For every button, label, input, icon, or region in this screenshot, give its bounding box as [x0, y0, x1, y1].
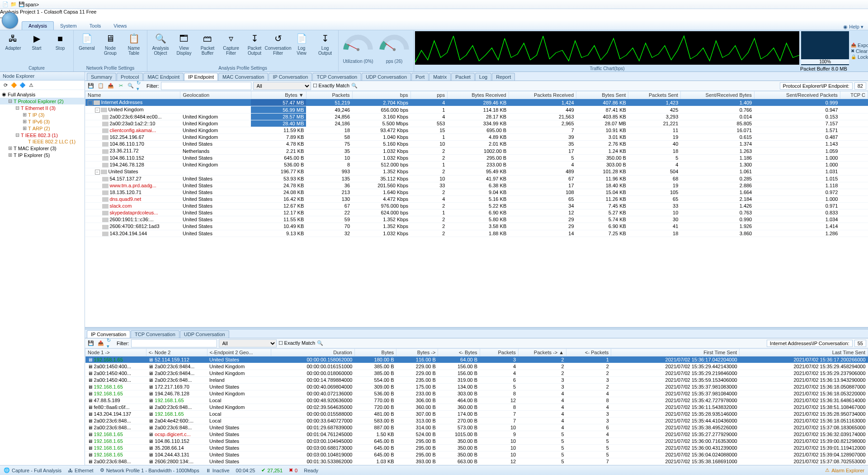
- table-row[interactable]: 🖥 2a00:23c6:848...🖥 2606:2800:134:...Uni…: [85, 458, 868, 465]
- filter-tool-icon[interactable]: 📤: [97, 339, 105, 347]
- refresh-icon[interactable]: ↻ ▾: [107, 339, 115, 347]
- column-header[interactable]: Geolocation: [180, 91, 251, 99]
- column-header[interactable]: Bytes Received: [447, 91, 509, 99]
- table-row[interactable]: slack.comUnited States12.67 KB67976.000 …: [85, 203, 868, 209]
- column-header[interactable]: TCP C: [840, 91, 868, 99]
- tree-expander[interactable]: ⊞: [23, 112, 27, 118]
- column-header[interactable]: <- Bytes: [438, 349, 480, 356]
- table-row[interactable]: 143.204.194.144United States9.13 KB321.0…: [85, 230, 868, 237]
- table-row[interactable]: 2600:1901:1::c36:...United States11.55 K…: [85, 216, 868, 223]
- detail-tab-ip-conversation[interactable]: IP Conversation: [269, 73, 312, 81]
- table-row[interactable]: 🖥 192.168.1.65🖥 ocsp.digicert.c...United…: [85, 431, 868, 438]
- table-row[interactable]: skypedataprdcoleus...United States12.17 …: [85, 209, 868, 216]
- table-row[interactable]: 🖥 192.168.1.65🖥 104.86.110.152United Sta…: [85, 438, 868, 445]
- column-header[interactable]: <- Node 2: [146, 349, 207, 356]
- qat-save-icon[interactable]: 💾: [18, 1, 25, 8]
- table-row[interactable]: dns.quad9.netUnited States16.42 KB1304.4…: [85, 196, 868, 203]
- help-link[interactable]: ◉ Help ▾: [843, 24, 868, 30]
- table-row[interactable]: 🖥 192.168.1.65🖥 52.114.159.112United Sta…: [85, 356, 868, 363]
- column-header[interactable]: Packets Sent: [628, 91, 680, 99]
- column-header[interactable]: Packets Received: [509, 91, 576, 99]
- detail-tab-report[interactable]: Report: [492, 73, 515, 81]
- tree-expander[interactable]: ⊟: [15, 105, 19, 111]
- table-row[interactable]: 194.246.78.128United Kingdom536.00 B8512…: [85, 161, 868, 168]
- detail-tab-matrix[interactable]: Matrix: [429, 73, 451, 81]
- app-menu-button[interactable]: [2, 12, 18, 28]
- ribbon-button-adapter[interactable]: 🖧Adapter: [2, 31, 24, 52]
- table-row[interactable]: 🖥 192.168.1.65🖥 194.246.78.128United Kin…: [85, 390, 868, 397]
- column-header[interactable]: Packets: [480, 349, 518, 356]
- column-header[interactable]: First Time Sent: [611, 349, 740, 356]
- table-row[interactable]: −Internet Addresses57.47 MB51,2192.704 K…: [85, 99, 868, 106]
- tree-expander[interactable]: ⊟: [15, 132, 19, 138]
- ip-endpoint-grid[interactable]: NameGeolocationBytes ▼PacketsbpsppsBytes…: [85, 91, 868, 327]
- export-button[interactable]: 📤 Export: [851, 43, 867, 48]
- column-header[interactable]: Sent/Received Packets: [754, 91, 840, 99]
- table-row[interactable]: 🖥 192.168.1.65🖥 104.244.43.131United Sta…: [85, 451, 868, 458]
- ribbon-button-stop[interactable]: ■Stop: [49, 31, 71, 52]
- explorer-tool-icon[interactable]: 🔶: [10, 81, 18, 89]
- column-header[interactable]: bps: [352, 91, 410, 99]
- detail-tab-protocol[interactable]: Protocol: [117, 73, 143, 81]
- tree-expander[interactable]: ⊟: [8, 98, 12, 104]
- tree-node[interactable]: ⊟ T IEEE 802.3 (1): [0, 132, 85, 138]
- tree-node[interactable]: ⊞ T IP (3): [0, 111, 85, 118]
- column-header[interactable]: Bytes ▼: [251, 91, 306, 99]
- ribbon-button-log-output[interactable]: ↧LogOutput: [314, 31, 336, 57]
- column-header[interactable]: Node 1 ->: [85, 349, 146, 356]
- tree-root[interactable]: ◉ Full Analysis: [0, 91, 85, 98]
- tree-node[interactable]: ⊞ T MAC Explorer (3): [0, 145, 85, 152]
- qat-open-icon[interactable]: 📁: [10, 1, 17, 8]
- detail-tab-log[interactable]: Log: [475, 73, 491, 81]
- filter-scope-select[interactable]: All: [219, 339, 277, 347]
- table-row[interactable]: 2a00:23c6:8484:ec00...United Kingdom28.5…: [85, 114, 868, 120]
- table-row[interactable]: 🖥 fe80::8aa6:c6f...🖥 2a00:23c6:848...Uni…: [85, 404, 868, 411]
- detail-tab-tcp-conversation[interactable]: TCP Conversation: [312, 73, 361, 81]
- column-header[interactable]: Last Time Sent: [740, 349, 868, 356]
- column-header[interactable]: Name: [85, 91, 180, 99]
- lock-button[interactable]: 🔒 Lock: [851, 54, 867, 60]
- table-row[interactable]: −United States196.77 KB9931.352 Kbps295.…: [85, 168, 868, 175]
- ribbon-button-analysis-object[interactable]: 🔍AnalysisObject: [149, 31, 172, 57]
- table-row[interactable]: 23.36.211.72Netherlands2.21 KB351.032 Kb…: [85, 147, 868, 154]
- column-header[interactable]: Bytes Sent: [576, 91, 628, 99]
- filter-tool-icon[interactable]: 💾: [87, 339, 95, 347]
- ribbon-button-node-group[interactable]: 🖥NodeGroup: [99, 31, 122, 57]
- ribbon-tab-system[interactable]: System: [54, 22, 83, 30]
- explorer-tool-icon[interactable]: 🔷: [19, 81, 26, 89]
- column-header[interactable]: Packets: [306, 91, 352, 99]
- conversation-tab-ip-conversation[interactable]: IP Conversation: [87, 330, 130, 338]
- filter-tool-icon[interactable]: 🔍: [127, 82, 135, 90]
- tree-node[interactable]: ⊞ T ARP (2): [0, 125, 85, 132]
- column-header[interactable]: Sent/Received Bytes: [680, 91, 754, 99]
- tree-node[interactable]: ⊟ T Protocol Explorer (2): [0, 98, 85, 104]
- detail-tab-port[interactable]: Port: [411, 73, 429, 81]
- table-row[interactable]: 18.135.120.71United States24.08 KB2131.6…: [85, 189, 868, 195]
- table-row[interactable]: 🖥 192.168.1.65🖥 172.217.169.70United Sta…: [85, 384, 868, 390]
- column-header[interactable]: Duration: [271, 349, 354, 356]
- table-row[interactable]: 🖥 2a00:23c6:848...🖥 2a00:23c6:848...Unit…: [85, 424, 868, 431]
- filter-tool-icon[interactable]: 📤: [107, 82, 115, 90]
- conversation-tab-udp-conversation[interactable]: UDP Conversation: [180, 330, 229, 338]
- table-row[interactable]: 2a00:23a0:1a2:2::10United Kingdom28.40 M…: [85, 120, 868, 127]
- tree-expander[interactable]: ⊞: [8, 145, 12, 151]
- explorer-tool-icon[interactable]: ⚠: [28, 81, 35, 89]
- exactly-match-checkbox[interactable]: Exactly Match: [278, 340, 316, 346]
- table-row[interactable]: 🖥 143.204.194.137🖥 192.168.1.65Local00:0…: [85, 411, 868, 418]
- ribbon-button-view-display[interactable]: 🗔ViewDisplay: [173, 31, 195, 57]
- tree-node[interactable]: ⊟ T Ethernet II (3): [0, 104, 85, 111]
- ribbon-button-start[interactable]: ▶Start: [25, 31, 48, 52]
- table-row[interactable]: 104.86.110.170United States4.78 KB755.16…: [85, 141, 868, 147]
- tree-node[interactable]: ⊞ T IP Explorer (5): [0, 152, 85, 158]
- status-adapter[interactable]: 🖧 Ethernet: [68, 468, 94, 473]
- tree-expander[interactable]: ⊞: [8, 152, 12, 158]
- ribbon-button-name-table[interactable]: 📋NameTable: [123, 31, 145, 57]
- ip-conversation-grid[interactable]: Node 1 -><- Node 2<-Endpoint 2 Geo...Dur…: [85, 348, 868, 465]
- explorer-tree[interactable]: ◉ Full Analysis ⊟ T Protocol Explorer (2…: [0, 90, 85, 465]
- column-header[interactable]: <- Packets: [566, 349, 611, 356]
- detail-tab-ip-endpoint[interactable]: IP Endpoint: [184, 73, 218, 81]
- filter-column-select[interactable]: [161, 82, 251, 90]
- filter-tool-icon[interactable]: 📋: [97, 82, 105, 90]
- ribbon-button-general[interactable]: 📄General: [75, 31, 98, 52]
- tree-node[interactable]: ⊞ T IPv6 (3): [0, 118, 85, 125]
